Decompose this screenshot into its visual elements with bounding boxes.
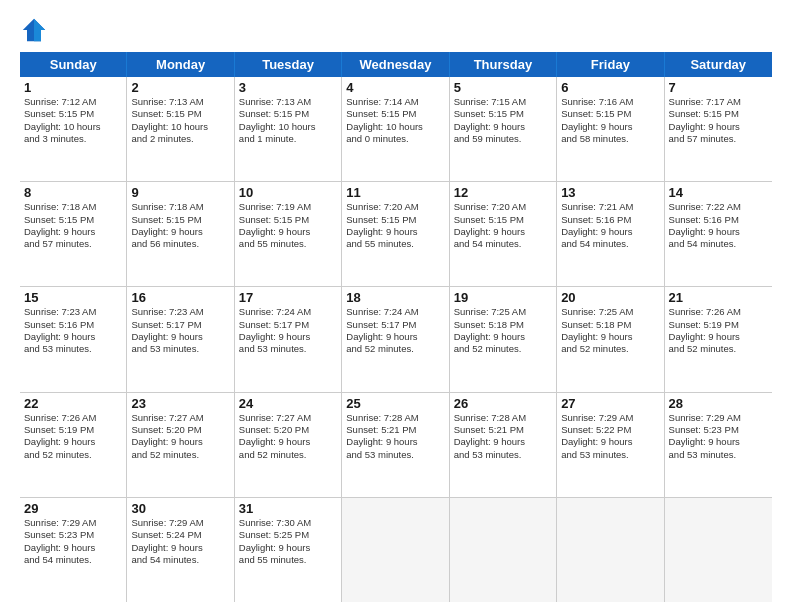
day-number: 17 [239,290,337,305]
calendar-cell: 10Sunrise: 7:19 AM Sunset: 5:15 PM Dayli… [235,182,342,286]
day-info: Sunrise: 7:22 AM Sunset: 5:16 PM Dayligh… [669,201,768,250]
calendar-cell: 13Sunrise: 7:21 AM Sunset: 5:16 PM Dayli… [557,182,664,286]
day-info: Sunrise: 7:17 AM Sunset: 5:15 PM Dayligh… [669,96,768,145]
day-info: Sunrise: 7:14 AM Sunset: 5:15 PM Dayligh… [346,96,444,145]
calendar-cell: 31Sunrise: 7:30 AM Sunset: 5:25 PM Dayli… [235,498,342,602]
day-info: Sunrise: 7:28 AM Sunset: 5:21 PM Dayligh… [346,412,444,461]
calendar-cell: 28Sunrise: 7:29 AM Sunset: 5:23 PM Dayli… [665,393,772,497]
header-day-monday: Monday [127,52,234,77]
day-number: 16 [131,290,229,305]
calendar-cell [665,498,772,602]
day-info: Sunrise: 7:26 AM Sunset: 5:19 PM Dayligh… [24,412,122,461]
calendar-cell: 30Sunrise: 7:29 AM Sunset: 5:24 PM Dayli… [127,498,234,602]
logo [20,16,52,44]
day-number: 19 [454,290,552,305]
day-number: 22 [24,396,122,411]
calendar-cell: 23Sunrise: 7:27 AM Sunset: 5:20 PM Dayli… [127,393,234,497]
calendar-row: 8Sunrise: 7:18 AM Sunset: 5:15 PM Daylig… [20,182,772,287]
day-number: 6 [561,80,659,95]
calendar-cell [450,498,557,602]
page: SundayMondayTuesdayWednesdayThursdayFrid… [0,0,792,612]
day-number: 18 [346,290,444,305]
svg-marker-1 [34,19,45,41]
day-info: Sunrise: 7:16 AM Sunset: 5:15 PM Dayligh… [561,96,659,145]
day-number: 2 [131,80,229,95]
calendar-cell: 5Sunrise: 7:15 AM Sunset: 5:15 PM Daylig… [450,77,557,181]
day-info: Sunrise: 7:27 AM Sunset: 5:20 PM Dayligh… [239,412,337,461]
day-info: Sunrise: 7:18 AM Sunset: 5:15 PM Dayligh… [131,201,229,250]
day-number: 29 [24,501,122,516]
day-info: Sunrise: 7:23 AM Sunset: 5:16 PM Dayligh… [24,306,122,355]
day-number: 15 [24,290,122,305]
day-number: 12 [454,185,552,200]
day-number: 13 [561,185,659,200]
day-info: Sunrise: 7:26 AM Sunset: 5:19 PM Dayligh… [669,306,768,355]
calendar-cell: 16Sunrise: 7:23 AM Sunset: 5:17 PM Dayli… [127,287,234,391]
header-day-thursday: Thursday [450,52,557,77]
day-number: 5 [454,80,552,95]
header-day-friday: Friday [557,52,664,77]
day-number: 27 [561,396,659,411]
calendar-cell: 6Sunrise: 7:16 AM Sunset: 5:15 PM Daylig… [557,77,664,181]
day-number: 9 [131,185,229,200]
day-number: 7 [669,80,768,95]
day-info: Sunrise: 7:21 AM Sunset: 5:16 PM Dayligh… [561,201,659,250]
day-info: Sunrise: 7:23 AM Sunset: 5:17 PM Dayligh… [131,306,229,355]
calendar: SundayMondayTuesdayWednesdayThursdayFrid… [20,52,772,602]
day-info: Sunrise: 7:25 AM Sunset: 5:18 PM Dayligh… [561,306,659,355]
day-number: 10 [239,185,337,200]
calendar-cell: 17Sunrise: 7:24 AM Sunset: 5:17 PM Dayli… [235,287,342,391]
day-info: Sunrise: 7:18 AM Sunset: 5:15 PM Dayligh… [24,201,122,250]
day-number: 24 [239,396,337,411]
calendar-cell: 29Sunrise: 7:29 AM Sunset: 5:23 PM Dayli… [20,498,127,602]
calendar-cell: 11Sunrise: 7:20 AM Sunset: 5:15 PM Dayli… [342,182,449,286]
calendar-cell: 1Sunrise: 7:12 AM Sunset: 5:15 PM Daylig… [20,77,127,181]
calendar-cell: 4Sunrise: 7:14 AM Sunset: 5:15 PM Daylig… [342,77,449,181]
day-number: 4 [346,80,444,95]
day-number: 20 [561,290,659,305]
calendar-cell: 27Sunrise: 7:29 AM Sunset: 5:22 PM Dayli… [557,393,664,497]
calendar-cell: 19Sunrise: 7:25 AM Sunset: 5:18 PM Dayli… [450,287,557,391]
calendar-cell [557,498,664,602]
day-info: Sunrise: 7:13 AM Sunset: 5:15 PM Dayligh… [131,96,229,145]
day-number: 26 [454,396,552,411]
calendar-row: 22Sunrise: 7:26 AM Sunset: 5:19 PM Dayli… [20,393,772,498]
calendar-row: 29Sunrise: 7:29 AM Sunset: 5:23 PM Dayli… [20,498,772,602]
calendar-cell: 15Sunrise: 7:23 AM Sunset: 5:16 PM Dayli… [20,287,127,391]
calendar-cell: 25Sunrise: 7:28 AM Sunset: 5:21 PM Dayli… [342,393,449,497]
header-day-wednesday: Wednesday [342,52,449,77]
day-info: Sunrise: 7:28 AM Sunset: 5:21 PM Dayligh… [454,412,552,461]
calendar-cell: 3Sunrise: 7:13 AM Sunset: 5:15 PM Daylig… [235,77,342,181]
header-day-sunday: Sunday [20,52,127,77]
calendar-cell: 2Sunrise: 7:13 AM Sunset: 5:15 PM Daylig… [127,77,234,181]
day-info: Sunrise: 7:13 AM Sunset: 5:15 PM Dayligh… [239,96,337,145]
calendar-cell [342,498,449,602]
day-info: Sunrise: 7:29 AM Sunset: 5:23 PM Dayligh… [669,412,768,461]
calendar-row: 1Sunrise: 7:12 AM Sunset: 5:15 PM Daylig… [20,77,772,182]
calendar-cell: 14Sunrise: 7:22 AM Sunset: 5:16 PM Dayli… [665,182,772,286]
header-day-tuesday: Tuesday [235,52,342,77]
calendar-cell: 24Sunrise: 7:27 AM Sunset: 5:20 PM Dayli… [235,393,342,497]
day-number: 21 [669,290,768,305]
day-number: 28 [669,396,768,411]
day-info: Sunrise: 7:29 AM Sunset: 5:24 PM Dayligh… [131,517,229,566]
day-number: 8 [24,185,122,200]
day-info: Sunrise: 7:12 AM Sunset: 5:15 PM Dayligh… [24,96,122,145]
header [20,16,772,44]
calendar-body: 1Sunrise: 7:12 AM Sunset: 5:15 PM Daylig… [20,77,772,602]
calendar-cell: 12Sunrise: 7:20 AM Sunset: 5:15 PM Dayli… [450,182,557,286]
day-info: Sunrise: 7:20 AM Sunset: 5:15 PM Dayligh… [454,201,552,250]
calendar-row: 15Sunrise: 7:23 AM Sunset: 5:16 PM Dayli… [20,287,772,392]
day-number: 14 [669,185,768,200]
calendar-cell: 26Sunrise: 7:28 AM Sunset: 5:21 PM Dayli… [450,393,557,497]
day-info: Sunrise: 7:24 AM Sunset: 5:17 PM Dayligh… [346,306,444,355]
day-info: Sunrise: 7:19 AM Sunset: 5:15 PM Dayligh… [239,201,337,250]
day-number: 1 [24,80,122,95]
logo-icon [20,16,48,44]
calendar-cell: 18Sunrise: 7:24 AM Sunset: 5:17 PM Dayli… [342,287,449,391]
calendar-cell: 8Sunrise: 7:18 AM Sunset: 5:15 PM Daylig… [20,182,127,286]
day-info: Sunrise: 7:25 AM Sunset: 5:18 PM Dayligh… [454,306,552,355]
day-number: 30 [131,501,229,516]
day-number: 11 [346,185,444,200]
header-day-saturday: Saturday [665,52,772,77]
